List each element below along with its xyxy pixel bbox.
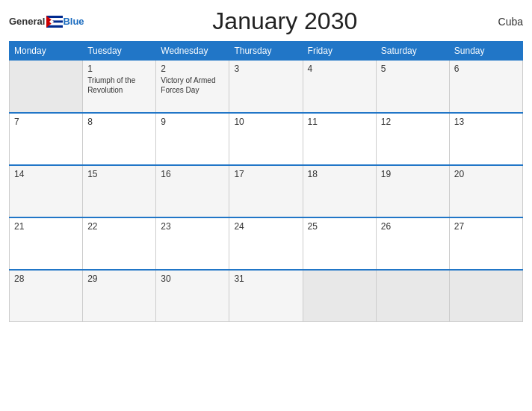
logo-general-text: General: [9, 16, 45, 27]
calendar-cell: [376, 270, 449, 322]
calendar-cell: 25: [303, 217, 376, 270]
day-header-wednesday: Wednesday: [156, 42, 229, 61]
calendar-cell: 7: [10, 113, 83, 165]
day-number: 28: [14, 274, 78, 284]
day-number: 18: [308, 169, 371, 179]
header: General Blue January 2030 Cuba: [9, 7, 523, 35]
day-number: 11: [308, 117, 371, 127]
day-number: 5: [381, 64, 445, 74]
day-number: 3: [234, 64, 297, 74]
day-number: 17: [234, 169, 297, 179]
calendar-cell: 14: [10, 165, 83, 217]
calendar-cell: 6: [449, 61, 522, 113]
calendar-cell: 20: [449, 165, 522, 217]
calendar-cell: 30: [156, 270, 229, 322]
logo: General Blue: [9, 16, 84, 28]
calendar-cell: [303, 270, 376, 322]
calendar-table: MondayTuesdayWednesdayThursdayFridaySatu…: [9, 41, 523, 322]
day-number: 30: [161, 274, 224, 284]
calendar-cell: 28: [10, 270, 83, 322]
calendar-cell: 19: [376, 165, 449, 217]
day-number: 12: [381, 117, 445, 127]
calendar-cell: 11: [303, 113, 376, 165]
day-number: 8: [87, 117, 151, 127]
week-row: 28293031: [10, 270, 523, 322]
calendar-cell: [449, 270, 522, 322]
day-number: 24: [234, 221, 297, 232]
day-number: 21: [14, 221, 78, 232]
calendar-body: 1Triumph of the Revolution2Victory of Ar…: [10, 61, 523, 322]
calendar-cell: 2Victory of Armed Forces Day: [156, 61, 229, 113]
day-number: 16: [161, 169, 224, 179]
day-header-saturday: Saturday: [376, 42, 449, 61]
day-number: 10: [234, 117, 297, 127]
calendar-cell: 31: [229, 270, 303, 322]
day-number: 4: [308, 64, 371, 74]
country-label: Cuba: [486, 16, 523, 28]
day-number: 22: [87, 221, 151, 232]
calendar-cell: 5: [376, 61, 449, 113]
day-number: 6: [454, 64, 518, 74]
calendar-header: MondayTuesdayWednesdayThursdayFridaySatu…: [10, 42, 523, 61]
day-number: 13: [454, 117, 518, 127]
calendar-cell: 15: [83, 165, 156, 217]
day-number: 14: [14, 169, 78, 179]
calendar-cell: 12: [376, 113, 449, 165]
day-headers-row: MondayTuesdayWednesdayThursdayFridaySatu…: [10, 42, 523, 61]
week-row: 78910111213: [10, 113, 523, 165]
day-number: 26: [381, 221, 445, 232]
calendar-cell: 1Triumph of the Revolution: [83, 61, 156, 113]
calendar-cell: 10: [229, 113, 303, 165]
calendar-cell: 16: [156, 165, 229, 217]
day-header-monday: Monday: [10, 42, 83, 61]
calendar-cell: 29: [83, 270, 156, 322]
day-header-sunday: Sunday: [449, 42, 522, 61]
month-title: January 2030: [84, 7, 486, 35]
calendar-cell: 3: [229, 61, 303, 113]
week-row: 1Triumph of the Revolution2Victory of Ar…: [10, 61, 523, 113]
day-number: 15: [87, 169, 151, 179]
day-number: 9: [161, 117, 224, 127]
calendar-cell: 21: [10, 217, 83, 270]
calendar-cell: 8: [83, 113, 156, 165]
day-number: 29: [87, 274, 151, 284]
calendar-cell: [10, 61, 83, 113]
calendar-cell: 4: [303, 61, 376, 113]
calendar-cell: 9: [156, 113, 229, 165]
day-number: 20: [454, 169, 518, 179]
week-row: 14151617181920: [10, 165, 523, 217]
day-number: 23: [161, 221, 224, 232]
calendar-cell: 27: [449, 217, 522, 270]
calendar-container: General Blue January 2030 Cuba MondayTue…: [0, 0, 532, 411]
logo-flag-icon: [46, 16, 63, 28]
day-number: 1: [87, 64, 151, 74]
day-header-friday: Friday: [303, 42, 376, 61]
calendar-cell: 13: [449, 113, 522, 165]
calendar-cell: 23: [156, 217, 229, 270]
calendar-cell: 24: [229, 217, 303, 270]
calendar-cell: 22: [83, 217, 156, 270]
day-event: Triumph of the Revolution: [87, 75, 151, 95]
day-header-thursday: Thursday: [229, 42, 303, 61]
day-number: 7: [14, 117, 78, 127]
day-number: 2: [161, 64, 224, 74]
day-number: 25: [308, 221, 371, 232]
logo-blue-text: Blue: [63, 16, 84, 27]
week-row: 21222324252627: [10, 217, 523, 270]
day-number: 31: [234, 274, 297, 284]
calendar-cell: 17: [229, 165, 303, 217]
day-event: Victory of Armed Forces Day: [161, 75, 224, 95]
calendar-cell: 18: [303, 165, 376, 217]
calendar-cell: 26: [376, 217, 449, 270]
day-number: 27: [454, 221, 518, 232]
day-header-tuesday: Tuesday: [83, 42, 156, 61]
day-number: 19: [381, 169, 445, 179]
